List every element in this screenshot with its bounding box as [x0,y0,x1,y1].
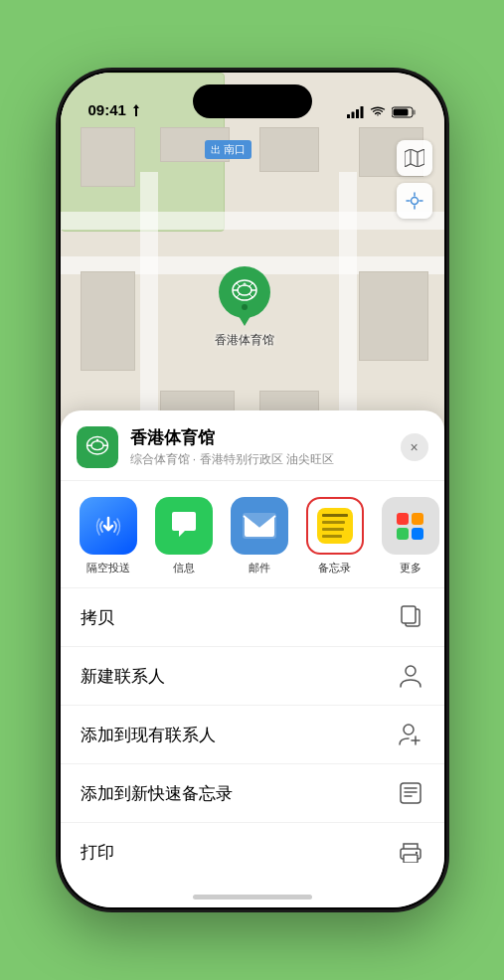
more-label: 更多 [400,561,421,575]
svg-rect-3 [360,106,363,118]
svg-point-20 [404,725,414,735]
home-indicator [193,895,312,899]
new-contact-label: 新建联系人 [81,665,165,688]
share-item-more[interactable]: 更多 [379,497,442,575]
airdrop-label: 隔空投送 [86,561,130,575]
action-quick-note[interactable]: 添加到新快速备忘录 [61,764,444,823]
svg-rect-23 [404,855,418,863]
map-type-button[interactable] [397,140,432,176]
venue-info: 香港体育馆 综合体育馆 · 香港特别行政区 油尖旺区 [130,426,401,468]
copy-label: 拷贝 [81,606,114,629]
status-icons [347,106,417,118]
share-item-airdrop[interactable]: 隔空投送 [77,497,140,575]
notes-icon [306,497,364,555]
map-entrance-label: 出南口 [205,140,252,159]
airdrop-icon [80,497,137,555]
note-icon [397,779,424,807]
add-contact-label: 添加到现有联系人 [81,724,216,746]
share-item-mail[interactable]: 邮件 [228,497,291,575]
svg-point-14 [95,439,98,442]
message-icon [155,497,213,555]
sheet-header: 香港体育馆 综合体育馆 · 香港特别行政区 油尖旺区 × [61,410,444,481]
action-add-contact[interactable]: 添加到现有联系人 [61,706,444,764]
person-add-icon [397,721,424,748]
svg-point-13 [90,441,102,450]
print-icon [397,838,424,866]
svg-point-7 [411,198,418,205]
svg-rect-21 [401,783,420,803]
person-icon [397,662,424,690]
venue-pin[interactable]: 香港体育馆 [215,266,274,349]
venue-name: 香港体育馆 [130,426,401,449]
share-item-notes[interactable]: 备忘录 [303,497,367,575]
svg-rect-0 [347,114,350,118]
share-item-message[interactable]: 信息 [152,497,216,575]
action-copy[interactable]: 拷贝 [61,588,444,647]
action-new-contact[interactable]: 新建联系人 [61,647,444,706]
svg-rect-1 [351,112,354,119]
svg-rect-18 [402,606,416,623]
map-controls [397,140,432,219]
location-button[interactable] [397,183,432,219]
share-row: 隔空投送 信息 [61,481,444,588]
svg-rect-2 [356,109,359,118]
bottom-sheet: 香港体育馆 综合体育馆 · 香港特别行政区 油尖旺区 × [61,410,444,907]
svg-rect-6 [393,109,408,116]
print-label: 打印 [81,841,114,864]
message-label: 信息 [173,561,195,575]
mail-label: 邮件 [249,561,270,575]
status-time: 09:41 [88,101,141,118]
svg-point-19 [406,666,416,676]
svg-rect-5 [413,110,416,115]
venue-icon [77,426,118,468]
svg-point-11 [244,284,245,285]
action-print[interactable]: 打印 [61,823,444,881]
svg-point-24 [415,852,417,854]
copy-icon [397,603,424,631]
notes-label: 备忘录 [318,561,351,575]
dynamic-island [193,84,312,118]
more-icon [382,497,439,555]
venue-pin-label: 香港体育馆 [215,332,274,349]
close-button[interactable]: × [401,433,428,461]
quick-note-label: 添加到新快速备忘录 [81,782,233,805]
venue-subtitle: 综合体育馆 · 香港特别行政区 油尖旺区 [130,451,401,468]
mail-icon [231,497,288,555]
